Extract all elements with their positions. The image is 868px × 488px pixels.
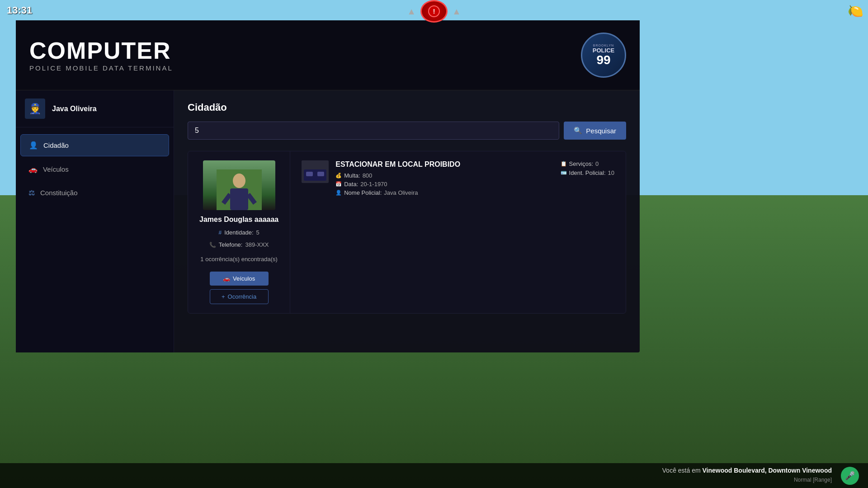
occurrence-details: ESTACIONAR EM LOCAL PROIBIDO 💰 Multa: 80…	[335, 160, 547, 198]
search-row: 🔍 Pesquisar	[188, 122, 626, 140]
status-text: Normal [Range]	[794, 477, 832, 483]
location-name: Vinewood Boulevard, Downtown Vinewood	[703, 467, 832, 474]
phone-icon: 📞	[209, 242, 216, 248]
search-button-label: Pesquisar	[586, 127, 616, 135]
data-row: 📅 Data: 20-1-1970	[335, 181, 547, 188]
servicos-value: 0	[595, 160, 599, 167]
occurrence-button[interactable]: + Ocorrência	[210, 289, 269, 304]
sidebar-item-veiculos[interactable]: 🚗 Veículos	[20, 159, 169, 180]
car-icon: 🚗	[223, 275, 230, 282]
search-icon: 🔍	[574, 127, 582, 135]
policial-value: Java Oliveira	[384, 189, 418, 196]
user-avatar-icon: 👮	[29, 103, 41, 115]
mic-icon: 🎤	[845, 471, 855, 481]
location-prefix: Você está em	[662, 467, 701, 474]
nav-label-veiculos: Veículos	[43, 165, 69, 173]
mdt-title-block: COMPUTER POLICE MOBILE DATA TERMINAL	[29, 39, 173, 72]
vehicles-button-label: Veículos	[233, 275, 255, 282]
section-title: Cidadão	[188, 102, 626, 113]
nav-label-constituicao: Constituição	[40, 189, 78, 197]
hud-arrow-right: ▲	[452, 6, 461, 17]
policial-label: Nome Policial:	[344, 189, 382, 196]
card-action-buttons: 🚗 Veículos + Ocorrência	[199, 272, 278, 304]
multa-icon: 💰	[335, 173, 342, 178]
police-badge: BROOKLYN POLICE 99	[581, 33, 626, 78]
svg-rect-10	[317, 172, 324, 176]
mdt-header: COMPUTER POLICE MOBILE DATA TERMINAL BRO…	[16, 20, 640, 90]
bottom-bar: Você está em Vinewood Boulevard, Downtow…	[0, 463, 868, 488]
occurrence-stats: 📋 Serviços: 0 🪪 Ident. Policial: 10	[561, 160, 614, 176]
ident-icon: 🪪	[561, 170, 567, 176]
card-right: ESTACIONAR EM LOCAL PROIBIDO 💰 Multa: 80…	[290, 151, 626, 313]
policial-row: 👤 Nome Policial: Java Oliveira	[335, 189, 547, 196]
ident-policial-row: 🪪 Ident. Policial: 10	[561, 169, 614, 176]
citizen-identity-row: # Identidade: 5	[218, 229, 259, 236]
hud-center-icon: !	[420, 0, 448, 23]
user-name: Java Oliveira	[52, 105, 97, 113]
location-text: Você está em Vinewood Boulevard, Downtow…	[662, 467, 832, 474]
card-left: James Douglas aaaaaa # Identidade: 5 📞 T…	[188, 151, 290, 313]
phone-value: 389-XXX	[245, 241, 269, 248]
nav-icon-constituicao: ⚖	[28, 188, 35, 197]
user-avatar: 👮	[25, 99, 45, 119]
nav-label-cidadao: Cidadão	[43, 141, 69, 149]
identity-label: Identidade:	[224, 229, 253, 236]
identity-value: 5	[256, 229, 259, 236]
mdt-title-sub: POLICE MOBILE DATA TERMINAL	[29, 64, 173, 72]
occurrence-button-label: Ocorrência	[228, 293, 257, 300]
data-value: 20-1-1970	[360, 181, 387, 188]
mdt-panel: COMPUTER POLICE MOBILE DATA TERMINAL BRO…	[16, 20, 640, 352]
result-card: James Douglas aaaaaa # Identidade: 5 📞 T…	[188, 151, 626, 314]
mdt-title-main: COMPUTER	[29, 39, 173, 62]
servicos-label: Serviços:	[569, 160, 593, 167]
svg-point-3	[233, 174, 245, 188]
svg-text:!: !	[433, 8, 435, 15]
svg-rect-9	[306, 172, 313, 176]
plus-icon: +	[222, 293, 225, 300]
citizen-photo	[203, 160, 275, 210]
data-label: Data:	[344, 181, 358, 188]
search-input[interactable]	[188, 122, 559, 140]
badge-brooklyn: BROOKLYN	[593, 44, 614, 47]
top-hud: ▲ ! ▲	[0, 0, 868, 23]
mdt-content: Cidadão 🔍 Pesquisar	[174, 90, 640, 352]
svg-rect-4	[230, 188, 248, 210]
nav-icon-cidadao: 👤	[29, 141, 38, 150]
search-button[interactable]: 🔍 Pesquisar	[564, 122, 626, 140]
badge-99: 99	[596, 54, 610, 66]
identity-icon: #	[218, 230, 222, 236]
mdt-sidebar: 👮 Java Oliveira 👤 Cidadão 🚗 Veículos ⚖ C…	[16, 90, 174, 352]
ident-label: Ident. Policial:	[569, 169, 606, 176]
data-icon: 📅	[335, 181, 342, 187]
sidebar-item-constituicao[interactable]: ⚖ Constituição	[20, 182, 169, 203]
user-info: 👮 Java Oliveira	[16, 90, 174, 127]
servicos-icon: 📋	[561, 161, 567, 167]
nav-items: 👤 Cidadão 🚗 Veículos ⚖ Constituição	[16, 127, 174, 210]
multa-label: Multa:	[344, 172, 360, 179]
occurrence-title: ESTACIONAR EM LOCAL PROIBIDO	[335, 160, 547, 169]
mdt-body: 👮 Java Oliveira 👤 Cidadão 🚗 Veículos ⚖ C…	[16, 90, 640, 352]
vehicles-button[interactable]: 🚗 Veículos	[210, 272, 269, 286]
occurrences-count: 1 ocorrência(s) encontrada(s)	[200, 256, 278, 263]
occurrence-photo-thumb	[302, 160, 329, 183]
hud-arrow-left: ▲	[407, 6, 416, 17]
multa-value: 800	[363, 172, 373, 179]
nav-icon-veiculos: 🚗	[28, 165, 38, 174]
citizen-name: James Douglas aaaaaa	[199, 216, 278, 224]
mic-button[interactable]: 🎤	[841, 467, 859, 485]
policial-icon: 👤	[335, 190, 342, 196]
ident-value: 10	[608, 169, 614, 176]
phone-label: Telefone:	[219, 241, 243, 248]
servicos-row: 📋 Serviços: 0	[561, 160, 614, 167]
sidebar-item-cidadao[interactable]: 👤 Cidadão	[20, 134, 169, 156]
occurrence-header: ESTACIONAR EM LOCAL PROIBIDO 💰 Multa: 80…	[302, 160, 614, 198]
citizen-phone-row: 📞 Telefone: 389-XXX	[209, 241, 269, 248]
multa-row: 💰 Multa: 800	[335, 172, 547, 179]
